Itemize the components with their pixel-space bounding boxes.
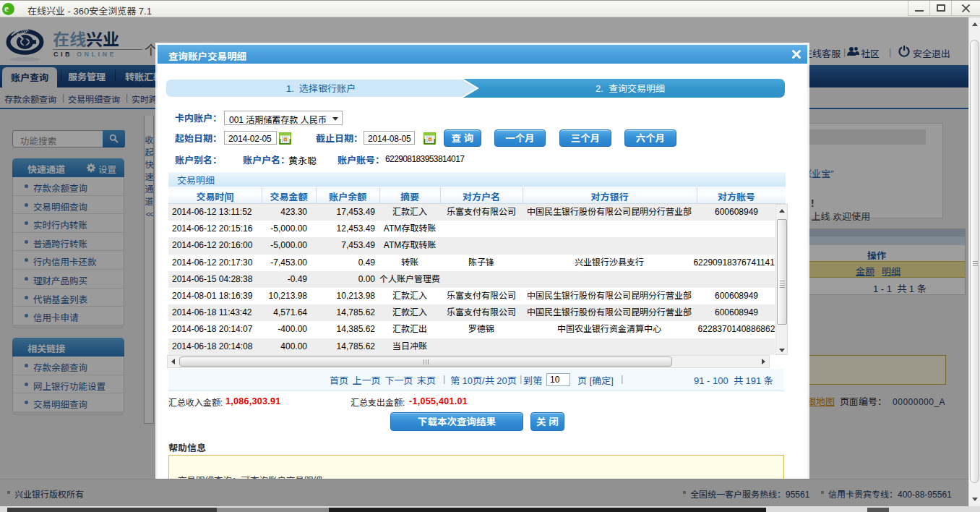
svg-text:1. 选择银行账户: 1. 选择银行账户 <box>286 83 356 94</box>
svg-text:2. 查询交易明细: 2. 查询交易明细 <box>596 83 665 94</box>
